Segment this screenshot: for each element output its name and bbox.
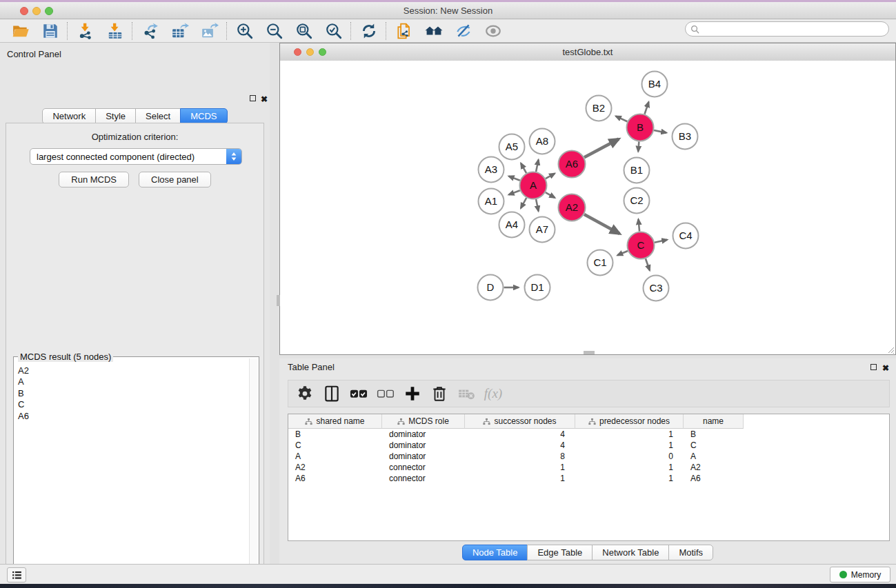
- table-row-A[interactable]: Adominator80A: [288, 451, 889, 462]
- reset-view-button[interactable]: [419, 21, 448, 41]
- create-new-column-button[interactable]: [401, 383, 424, 405]
- deselect-all-rows-button[interactable]: [375, 383, 397, 405]
- node-C[interactable]: C: [628, 232, 655, 259]
- edge-A-A5[interactable]: [521, 163, 526, 173]
- node-C2[interactable]: C2: [624, 188, 650, 214]
- table-options-button[interactable]: [294, 383, 316, 405]
- delete-columns-button[interactable]: [428, 383, 450, 405]
- result-item-B[interactable]: B: [18, 388, 249, 399]
- resize-grip-icon[interactable]: [886, 345, 895, 354]
- network-canvas[interactable]: B4B2BB3A5A8A6A3B1AA1C2A2A4A7C4CC1C3DD1: [280, 61, 895, 354]
- zoom-selected-region-button[interactable]: [319, 21, 348, 41]
- column-header-predecessor-nodes[interactable]: predecessor nodes: [575, 414, 684, 429]
- edge-B-B3[interactable]: [654, 130, 666, 133]
- table-row-A2[interactable]: A2connector11A2: [288, 462, 889, 473]
- result-item-A6[interactable]: A6: [18, 411, 249, 422]
- export-network-button[interactable]: [135, 21, 165, 41]
- edge-A-A8[interactable]: [536, 160, 539, 172]
- zoom-out-button[interactable]: [259, 21, 289, 41]
- float-panel-icon[interactable]: [250, 95, 256, 101]
- result-scrollbar[interactable]: [249, 358, 257, 587]
- toggle-annotations-button[interactable]: [448, 21, 478, 41]
- result-item-A2[interactable]: A2: [18, 365, 249, 376]
- tab-network[interactable]: Network: [42, 108, 96, 124]
- zoom-in-button[interactable]: [230, 21, 259, 41]
- column-header-shared-name[interactable]: shared name: [288, 414, 382, 429]
- export-image-button[interactable]: [195, 21, 224, 41]
- edge-B-B1[interactable]: [638, 141, 639, 151]
- tab-motifs[interactable]: Motifs: [668, 545, 713, 560]
- node-A8[interactable]: A8: [530, 129, 555, 154]
- node-A1[interactable]: A1: [479, 189, 504, 214]
- table-row-B[interactable]: Bdominator41B: [288, 429, 889, 440]
- edge-A-A3[interactable]: [509, 176, 520, 181]
- edge-C-C2[interactable]: [639, 219, 640, 231]
- show-columns-button[interactable]: [321, 383, 343, 405]
- clone-network-button[interactable]: [389, 21, 419, 41]
- close-panel-icon[interactable]: ✖: [261, 95, 268, 103]
- task-history-button[interactable]: [7, 567, 26, 582]
- export-table-button[interactable]: [165, 21, 195, 41]
- tab-edge-table[interactable]: Edge Table: [527, 545, 593, 560]
- close-panel-button[interactable]: Close panel: [139, 172, 211, 187]
- node-B3[interactable]: B3: [673, 124, 698, 150]
- table-row-C[interactable]: Cdominator41C: [288, 440, 889, 451]
- criterion-dropdown[interactable]: largest connected component (directed): [30, 148, 242, 165]
- edge-C-C1[interactable]: [617, 251, 628, 255]
- result-item-C[interactable]: C: [18, 399, 249, 410]
- column-header-mcds-role[interactable]: MCDS role: [382, 414, 465, 429]
- edge-A2-C[interactable]: [584, 214, 619, 234]
- node-A6[interactable]: A6: [559, 151, 586, 178]
- node-D1[interactable]: D1: [525, 275, 550, 301]
- edge-B-B4[interactable]: [645, 102, 649, 114]
- edge-C-C4[interactable]: [655, 240, 667, 243]
- node-A2[interactable]: A2: [559, 194, 586, 221]
- desktop-vertical-scrollbar[interactable]: [277, 295, 280, 306]
- desktop-horizontal-scrollbar[interactable]: [584, 351, 595, 354]
- select-all-rows-button[interactable]: [348, 383, 370, 405]
- node-C3[interactable]: C3: [644, 276, 669, 301]
- node-A7[interactable]: A7: [530, 217, 555, 243]
- edge-A-A6[interactable]: [546, 174, 555, 179]
- zoom-fit-content-button[interactable]: [289, 21, 319, 41]
- edge-A-A2[interactable]: [546, 192, 555, 198]
- table-row-A6[interactable]: A6connector11A6: [288, 473, 889, 484]
- tab-network-table[interactable]: Network Table: [592, 545, 669, 560]
- search-field[interactable]: [685, 21, 889, 37]
- table-float-panel-icon[interactable]: [870, 364, 877, 370]
- memory-button[interactable]: Memory: [830, 567, 890, 582]
- run-mcds-button[interactable]: Run MCDS: [59, 172, 129, 187]
- search-input[interactable]: [702, 22, 888, 36]
- edge-A-A1[interactable]: [509, 190, 520, 194]
- node-A3[interactable]: A3: [479, 157, 504, 183]
- node-A4[interactable]: A4: [499, 212, 525, 238]
- node-D[interactable]: D: [478, 275, 504, 301]
- open-file-button[interactable]: [6, 21, 35, 41]
- tab-style[interactable]: Style: [95, 108, 136, 124]
- import-table-from-file-button[interactable]: [100, 21, 130, 41]
- table-close-panel-icon[interactable]: ✖: [882, 364, 889, 372]
- import-network-from-file-button[interactable]: [70, 21, 100, 41]
- node-C4[interactable]: C4: [673, 223, 699, 249]
- node-B2[interactable]: B2: [586, 96, 612, 121]
- network-window-titlebar[interactable]: testGlobe.txt: [280, 43, 895, 61]
- node-B[interactable]: B: [627, 114, 654, 141]
- edge-A6-B[interactable]: [584, 139, 619, 158]
- apply-layout-button[interactable]: [354, 21, 384, 41]
- edge-B-B2[interactable]: [616, 116, 628, 122]
- node-B4[interactable]: B4: [642, 72, 668, 97]
- column-header-successor-nodes[interactable]: successor nodes: [465, 414, 575, 429]
- node-C1[interactable]: C1: [588, 250, 613, 276]
- node-A5[interactable]: A5: [499, 134, 525, 160]
- tab-select[interactable]: Select: [135, 108, 181, 124]
- node-A[interactable]: A: [520, 172, 547, 199]
- tab-mcds[interactable]: MCDS: [180, 108, 227, 124]
- node-B1[interactable]: B1: [624, 158, 650, 183]
- show-hide-graphics-details-button[interactable]: [478, 21, 508, 41]
- result-item-A[interactable]: A: [18, 376, 249, 387]
- column-header-name[interactable]: name: [684, 414, 744, 429]
- edge-A-A4[interactable]: [521, 198, 526, 208]
- save-session-button[interactable]: [35, 21, 65, 41]
- edge-A-A7[interactable]: [536, 199, 539, 211]
- tab-node-table[interactable]: Node Table: [462, 545, 528, 560]
